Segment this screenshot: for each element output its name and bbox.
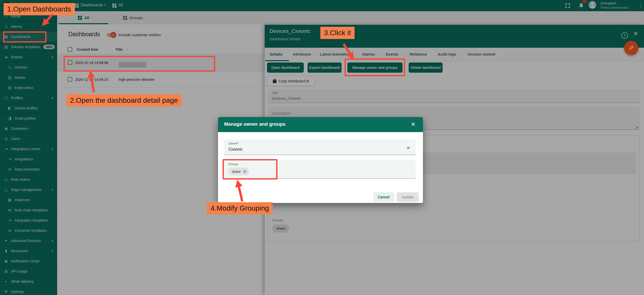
update-button[interactable]: Update [397, 192, 419, 202]
annotation-rect-dashboards [3, 31, 46, 43]
dialog-title: Manage owner and groups [224, 121, 286, 127]
dialog-close-icon[interactable]: × [411, 120, 416, 128]
annotation-rect-row [64, 56, 215, 72]
owner-input-label: Owner* [228, 142, 239, 145]
annotation-step1: 1.Open Dashboards [4, 3, 75, 15]
annotation-step2: 2.Open the dashboard detail page [66, 94, 181, 107]
annotation-rect-groups-field [223, 159, 277, 179]
annotation-step3: 3.Click it [320, 27, 355, 39]
annotation-rect-manage-button [345, 58, 405, 76]
owner-input[interactable]: Owner* Civionic × [224, 139, 416, 155]
clear-owner-icon[interactable]: × [407, 145, 410, 151]
app-root: ThingsEye.io Dashboards > All civisuppor… [0, 0, 644, 295]
annotation-step4: 4.Modify Grouping [207, 202, 273, 214]
owner-input-value: Civionic [228, 147, 243, 152]
dialog-header: Manage owner and groups × [218, 117, 423, 132]
cancel-button[interactable]: Cancel [373, 192, 394, 202]
